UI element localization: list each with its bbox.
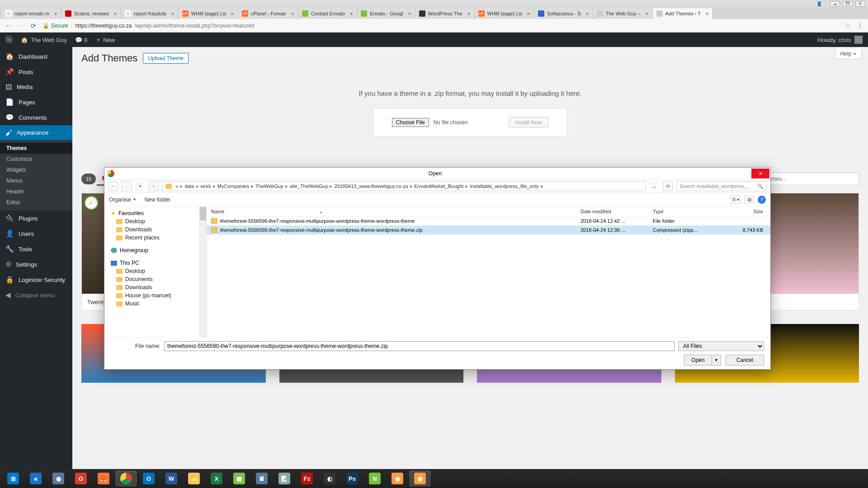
taskbar-app[interactable]: O (71, 471, 91, 486)
breadcrumb[interactable]: « ▶data▶work▶MyCompanies▶TheWebGuy▶site_… (162, 181, 646, 191)
taskbar-app[interactable]: ◉ (387, 471, 408, 486)
close-tab-icon[interactable]: ✕ (229, 11, 234, 16)
file-row[interactable]: themeforest-5556590-the7-responsive-mult… (199, 216, 770, 225)
browser-tab[interactable]: The Web Guy –✕ (593, 8, 653, 19)
new-folder-button[interactable]: New folder (145, 197, 170, 203)
taskbar-app[interactable]: Fz (297, 471, 317, 486)
taskbar-app[interactable]: e (25, 471, 46, 486)
sidebar-location[interactable]: Music (108, 300, 195, 308)
browser-tab[interactable]: Scams, reviews✕ (61, 8, 121, 19)
sidebar-item-loginizer-security[interactable]: 🔒Loginizer Security (0, 272, 72, 287)
sidebar-subitem-customize[interactable]: Customize (0, 154, 72, 164)
crumb[interactable]: installable_wordpress_file_only (470, 183, 538, 189)
dialog-back-button[interactable]: ← (108, 181, 118, 191)
sidebar-item-posts[interactable]: 📌Posts (0, 64, 72, 80)
close-tab-icon[interactable]: ✕ (406, 11, 411, 16)
taskbar-app[interactable]: ◉ (410, 471, 430, 486)
open-button[interactable]: Open ▼ (684, 355, 721, 366)
sidebar-item-tools[interactable]: 🔧Tools (0, 241, 72, 257)
browser-tab[interactable]: cPWHM [sage] Lis✕ (475, 8, 535, 19)
filetype-select[interactable]: All Files (678, 341, 764, 351)
close-tab-icon[interactable]: ✕ (52, 11, 57, 16)
sidebar-item-media[interactable]: 🖼Media (0, 80, 72, 94)
filename-input[interactable] (164, 341, 675, 351)
sidebar-location[interactable]: Downloads (108, 225, 195, 234)
dialog-forward-button[interactable]: → (122, 181, 132, 191)
taskbar-app[interactable]: W (161, 471, 182, 486)
open-dropdown-button[interactable]: ▼ (712, 355, 721, 366)
taskbar-app[interactable]: ◐ (319, 471, 340, 486)
browser-tab[interactable]: cPWHM [sage] Lis✕ (179, 8, 239, 19)
reload-icon[interactable]: ⟳ (30, 22, 37, 29)
browser-tab[interactable]: Softaculous - S✕ (534, 8, 593, 19)
taskbar-app[interactable]: ⊞ (3, 471, 24, 486)
dialog-search-input[interactable]: Search installable_wordpress_… 🔍 (676, 181, 767, 191)
choose-file-button[interactable]: Choose File (392, 118, 429, 127)
close-tab-icon[interactable]: ✕ (465, 11, 471, 16)
taskbar-app[interactable]: N (364, 471, 385, 486)
close-tab-icon[interactable]: ✕ (112, 11, 117, 16)
crumb-refresh-button[interactable]: ⟳ (663, 181, 673, 191)
taskbar-app[interactable] (116, 471, 137, 486)
crumb[interactable]: TheWebGuy (255, 183, 283, 189)
col-type[interactable]: Type (653, 209, 725, 214)
sidebar-subitem-widgets[interactable]: Widgets (0, 164, 72, 175)
install-now-button[interactable]: Install Now (509, 117, 549, 128)
sidebar-item-pages[interactable]: 📄Pages (0, 94, 72, 110)
taskbar-app[interactable]: ▦ (229, 471, 250, 486)
browser-menu-icon[interactable]: ⋮ (856, 22, 863, 29)
taskbar-app[interactable]: 📝 (274, 471, 295, 486)
sidebar-item-collapse-menu[interactable]: ◀Collapse menu (0, 287, 72, 303)
file-list-header[interactable]: Name▲ Date modified Type Size (199, 206, 770, 216)
sidebar-item-plugins[interactable]: 🔌Plugins (0, 211, 72, 226)
left-scrollbar[interactable] (199, 206, 207, 337)
upload-theme-button[interactable]: Upload Theme (143, 53, 189, 64)
close-tab-icon[interactable]: ✕ (348, 11, 353, 16)
browser-tab[interactable]: Contact Envato✕ (298, 8, 357, 19)
dialog-help-button[interactable]: ? (758, 196, 766, 204)
dialog-up-button[interactable]: ↑ (149, 181, 159, 191)
taskbar-app[interactable]: O (138, 471, 159, 486)
file-row[interactable]: themeforest-5556590-the7-responsive-mult… (199, 225, 770, 235)
dialog-close-button[interactable]: ✕ (751, 169, 769, 178)
comments-link[interactable]: 💬0 (75, 37, 87, 43)
recent-locations-button[interactable]: ▾ (135, 181, 145, 191)
bookmark-star-icon[interactable]: ☆ (845, 22, 851, 29)
crumb[interactable]: work (201, 183, 211, 189)
close-tab-icon[interactable]: ✕ (643, 11, 649, 16)
back-icon[interactable]: ← (5, 22, 12, 29)
sidebar-location[interactable]: Downloads (108, 283, 195, 291)
sidebar-subitem-menus[interactable]: Menus (0, 175, 72, 186)
taskbar-app[interactable]: ◉ (48, 471, 69, 486)
close-tab-icon[interactable]: ✕ (169, 11, 175, 16)
cancel-button[interactable]: Cancel (726, 355, 764, 366)
help-tab[interactable]: Help▼ (835, 49, 862, 59)
col-date[interactable]: Date modified (580, 209, 653, 214)
sidebar-location[interactable]: House (pc-manuel) (108, 291, 195, 300)
sidebar-location[interactable]: Recent places (108, 234, 195, 242)
taskbar-app[interactable]: 🖩 (251, 471, 272, 486)
close-tab-icon[interactable]: ✕ (584, 11, 589, 16)
taskbar-app[interactable]: 🦊 (93, 471, 114, 486)
howdy-label[interactable]: Howdy, chris (818, 37, 851, 43)
sidebar-item-comments[interactable]: 💬Comments (0, 110, 72, 125)
browser-tab[interactable]: Add Themes ‹ T✕ (653, 8, 713, 19)
sidebar-location[interactable]: Documents (108, 275, 195, 283)
sidebar-subitem-editor[interactable]: Editor (0, 197, 72, 208)
col-name[interactable]: Name (211, 209, 224, 214)
browser-tab[interactable]: Envato - Googl✕ (357, 8, 415, 19)
crumb[interactable]: MyCompanies (217, 183, 249, 189)
sidebar-location[interactable]: Desktop (108, 217, 195, 225)
address-bar[interactable]: 🔒 Secure | https://thewebguy.co.za/wp/wp… (42, 23, 840, 29)
window-button[interactable]: 🗖 (843, 1, 853, 7)
sidebar-subitem-themes[interactable]: Themes (0, 143, 72, 154)
avatar[interactable] (854, 36, 863, 44)
browser-tab[interactable]: Greport envato m✕ (2, 8, 61, 19)
sidebar-location[interactable]: Desktop (108, 267, 195, 275)
sidebar-item-dashboard[interactable]: 🏠Dashboard (0, 49, 72, 64)
sidebar-item-appearance[interactable]: 🖌Appearance (0, 125, 72, 140)
crumb[interactable]: 20180413_www.thewebguy.co.za (334, 183, 408, 189)
sidebar-item-settings[interactable]: ⚙Settings (0, 257, 72, 272)
organise-menu[interactable]: Organise▼ (109, 197, 137, 203)
browser-tab[interactable]: WordPress The✕ (415, 8, 475, 19)
